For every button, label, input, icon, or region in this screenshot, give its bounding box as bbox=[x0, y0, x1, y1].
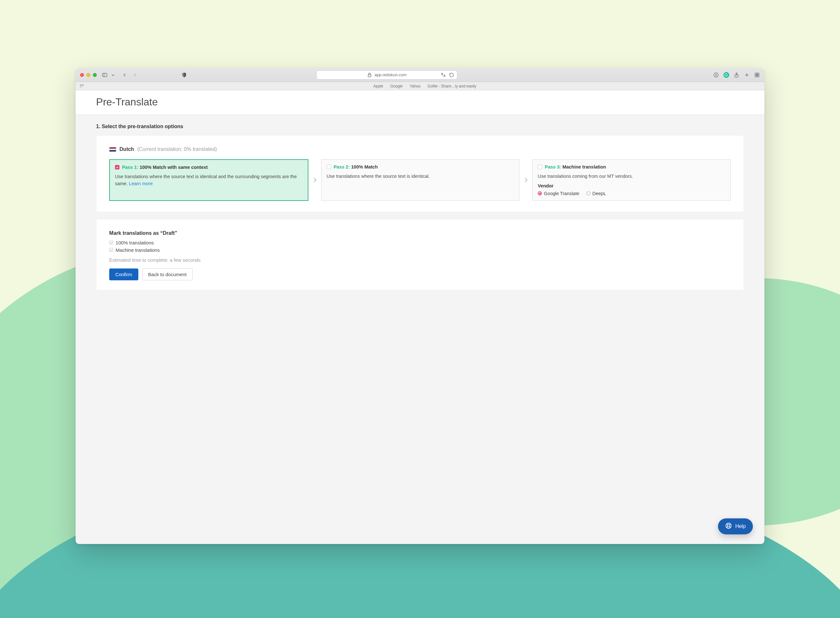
pass-1-prefix: Pass 1: bbox=[122, 165, 138, 170]
vendor-label: Vendor bbox=[538, 183, 725, 189]
confirm-button[interactable]: Confirm bbox=[109, 269, 138, 280]
bookmark-google[interactable]: Google bbox=[390, 84, 403, 88]
draft-100-checkbox[interactable] bbox=[109, 241, 113, 244]
new-tab-icon[interactable] bbox=[744, 72, 750, 78]
help-button[interactable]: Help bbox=[718, 518, 753, 534]
sidebar-toggle-icon[interactable] bbox=[102, 72, 108, 78]
pass-1-checkbox[interactable] bbox=[115, 165, 120, 169]
step-heading: 1. Select the pre-translation options bbox=[96, 124, 744, 129]
lock-icon bbox=[367, 72, 372, 78]
back-to-document-button[interactable]: Back to document bbox=[142, 269, 193, 280]
bookmarks-bar: Apple Google Yahoo Gofile - Share…ly and… bbox=[76, 82, 764, 91]
pass-2-desc: Use translations where the source text i… bbox=[327, 173, 514, 180]
downloads-icon[interactable] bbox=[713, 72, 719, 78]
language-status: (Current translation: 0% translated) bbox=[137, 146, 217, 152]
svg-point-13 bbox=[727, 524, 729, 527]
flag-nl-icon bbox=[109, 147, 116, 152]
url-host: app.redokun.com bbox=[374, 73, 406, 77]
reload-icon[interactable] bbox=[449, 72, 455, 78]
arrow-1-icon bbox=[308, 159, 321, 201]
learn-more-link[interactable]: Learn more bbox=[129, 181, 153, 186]
arrow-2-icon bbox=[519, 159, 532, 201]
svg-rect-8 bbox=[755, 73, 757, 75]
lifebuoy-icon bbox=[725, 522, 732, 530]
pass-2-checkbox[interactable] bbox=[327, 165, 331, 169]
pass-2-title: 100% Match bbox=[351, 164, 378, 169]
pass-1-desc: Use translations where the source text i… bbox=[115, 173, 303, 187]
bookmark-apple[interactable]: Apple bbox=[373, 84, 383, 88]
page-header: Pre-Translate bbox=[76, 91, 764, 115]
svg-rect-11 bbox=[757, 75, 759, 77]
svg-line-16 bbox=[727, 526, 728, 527]
window-close-button[interactable] bbox=[80, 73, 84, 77]
pass-3-prefix: Pass 3: bbox=[545, 164, 561, 169]
pass-1-card[interactable]: Pass 1: 100% Match with same context Use… bbox=[109, 159, 308, 201]
bookmark-gofile[interactable]: Gofile - Share…ly and easily bbox=[428, 84, 476, 88]
svg-line-17 bbox=[729, 523, 731, 525]
pass-3-card[interactable]: Pass 3: Machine translation Use translat… bbox=[532, 159, 731, 201]
help-label: Help bbox=[735, 523, 746, 529]
bookmark-yahoo[interactable]: Yahoo bbox=[410, 84, 421, 88]
bookmarks-grip-icon[interactable] bbox=[80, 84, 84, 88]
pass-3-checkbox[interactable] bbox=[538, 165, 542, 169]
chevron-down-icon[interactable] bbox=[110, 72, 116, 78]
language-line: Dutch (Current translation: 0% translate… bbox=[109, 146, 731, 152]
draft-card: Mark translations as “Draft” 100% transl… bbox=[96, 219, 744, 290]
tab-overview-icon[interactable] bbox=[754, 72, 760, 78]
browser-window: app.redokun.com bbox=[76, 68, 764, 544]
forward-button-icon[interactable] bbox=[132, 72, 138, 78]
translate-icon[interactable] bbox=[440, 72, 446, 78]
address-bar[interactable]: app.redokun.com bbox=[316, 70, 457, 79]
draft-opt-100[interactable]: 100% translations bbox=[109, 240, 731, 245]
svg-line-14 bbox=[727, 523, 728, 525]
eta-text: Estimated time to complete: a few second… bbox=[109, 257, 731, 263]
draft-mt-checkbox[interactable] bbox=[109, 248, 113, 252]
passes-row: Pass 1: 100% Match with same context Use… bbox=[109, 159, 731, 201]
pass-3-title: Machine translation bbox=[562, 164, 606, 169]
back-button-icon[interactable] bbox=[122, 72, 127, 78]
svg-rect-9 bbox=[757, 73, 759, 75]
options-card: Dutch (Current translation: 0% translate… bbox=[96, 135, 744, 212]
shield-icon[interactable] bbox=[181, 72, 187, 78]
svg-rect-0 bbox=[102, 73, 107, 77]
svg-line-15 bbox=[729, 526, 731, 527]
grammarly-icon[interactable] bbox=[723, 72, 729, 78]
window-zoom-button[interactable] bbox=[93, 73, 97, 77]
draft-opt-mt[interactable]: Machine translations bbox=[109, 247, 731, 253]
svg-rect-2 bbox=[368, 75, 371, 77]
vendor-google-radio[interactable] bbox=[538, 191, 542, 195]
window-minimize-button[interactable] bbox=[86, 73, 90, 77]
vendor-deepl-radio[interactable] bbox=[587, 191, 591, 195]
svg-rect-10 bbox=[755, 75, 757, 77]
traffic-lights bbox=[80, 73, 97, 77]
vendor-google-option[interactable]: Google Translate bbox=[538, 191, 579, 196]
vendor-deepl-option[interactable]: DeepL bbox=[587, 191, 606, 196]
draft-heading: Mark translations as “Draft” bbox=[109, 230, 731, 236]
pass-2-card[interactable]: Pass 2: 100% Match Use translations wher… bbox=[321, 159, 520, 201]
browser-toolbar: app.redokun.com bbox=[76, 68, 764, 82]
pass-2-prefix: Pass 2: bbox=[334, 164, 350, 169]
language-name: Dutch bbox=[120, 146, 134, 152]
pass-1-title: 100% Match with same context bbox=[140, 165, 208, 170]
pass-3-desc: Use translations coming from our MT vend… bbox=[538, 173, 725, 180]
share-icon[interactable] bbox=[734, 72, 739, 78]
page-title: Pre-Translate bbox=[96, 96, 744, 108]
